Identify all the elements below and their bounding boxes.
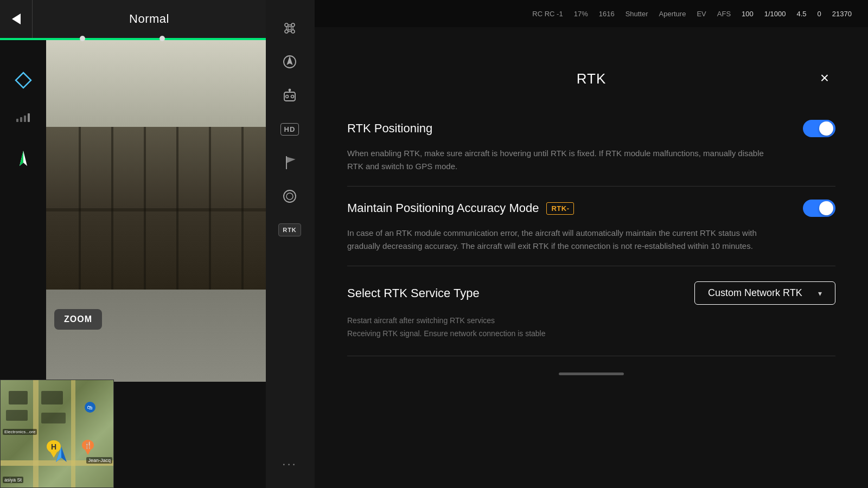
- service-type-value: Custom Network RTK: [708, 287, 802, 299]
- zoom-button[interactable]: ZOOM: [54, 309, 102, 330]
- map-street-label-2: Jean-Jacq: [86, 457, 112, 464]
- left-panel: Normal: [0, 0, 266, 488]
- service-type-row: Select RTK Service Type Custom Network R…: [347, 281, 835, 305]
- camera-feed-mid: [46, 127, 266, 290]
- svg-marker-14: [288, 57, 292, 64]
- rtk-icon-btn[interactable]: RTK: [277, 217, 303, 243]
- shutter-label: Shutter: [626, 10, 648, 18]
- maintain-positioning-section: Maintain Positioning Accuracy Mode RTK- …: [347, 187, 835, 266]
- back-arrow-icon: [12, 14, 21, 24]
- toggle-thumb: [819, 121, 833, 136]
- top-bar: Normal: [0, 0, 266, 38]
- ev-label: EV: [697, 10, 706, 18]
- drone-icon-btn[interactable]: [277, 15, 303, 41]
- back-button[interactable]: [0, 0, 33, 38]
- signal-icon-btn[interactable]: [8, 102, 39, 132]
- maintain-label-group: Maintain Positioning Accuracy Mode RTK-: [347, 201, 574, 215]
- ev-value: 0: [818, 10, 821, 18]
- iso-value: 100: [742, 10, 754, 18]
- progress-dot-right: [159, 36, 165, 41]
- dots-icon: ···: [282, 457, 297, 471]
- progress-dot-left: [80, 36, 85, 41]
- scroll-bar: [559, 373, 624, 375]
- service-type-section: Select RTK Service Type Custom Network R…: [347, 266, 835, 356]
- scroll-indicator: [347, 373, 835, 375]
- maintain-positioning-description: In case of an RTK module communication e…: [347, 227, 770, 253]
- svg-point-21: [284, 190, 296, 202]
- svg-point-19: [289, 89, 291, 91]
- progress-bar: [0, 38, 266, 40]
- maintain-toggle-thumb: [819, 201, 833, 215]
- maintain-positioning-toggle[interactable]: [803, 200, 835, 217]
- svg-marker-1: [20, 151, 23, 166]
- navigation-icon-btn[interactable]: [277, 49, 303, 75]
- rtk-positioning-section: RTK Positioning When enabling RTK, make …: [347, 107, 835, 187]
- rtk-minus-badge: RTK-: [546, 202, 574, 215]
- rtk-positioning-toggle[interactable]: [803, 120, 835, 137]
- rtk-panel-content: RTK × RTK Positioning When enabling RTK,…: [315, 54, 868, 488]
- maintain-positioning-row: Maintain Positioning Accuracy Mode RTK-: [347, 200, 835, 217]
- rtk-positioning-row: RTK Positioning: [347, 120, 835, 137]
- rtk-positioning-label: RTK Positioning: [347, 121, 432, 136]
- camera-feed-sky: [46, 40, 266, 127]
- svg-point-17: [291, 95, 294, 98]
- aperture-value: 4.5: [797, 10, 807, 18]
- target-icon-btn[interactable]: [8, 65, 39, 95]
- mode-label: Normal: [33, 12, 266, 26]
- shutter-value: 1/1000: [764, 10, 786, 18]
- right-sidebar: HD RTK ···: [271, 0, 308, 488]
- close-button[interactable]: ×: [814, 67, 835, 89]
- progress-fill: [0, 38, 266, 40]
- svg-marker-3: [56, 447, 61, 462]
- service-type-dropdown[interactable]: Custom Network RTK ▾: [694, 281, 835, 305]
- svg-rect-12: [288, 27, 291, 30]
- robot-icon-btn[interactable]: [277, 82, 303, 108]
- maintain-toggle-track[interactable]: [803, 200, 835, 217]
- rc-signal: RC RC -1: [532, 10, 563, 18]
- service-notes: Restart aircraft after switching RTK ser…: [347, 314, 835, 341]
- rtk-header: RTK ×: [347, 70, 835, 87]
- more-options-btn[interactable]: ···: [277, 451, 303, 477]
- rtk-panel-title: RTK: [577, 70, 607, 87]
- maintain-positioning-label: Maintain Positioning Accuracy Mode: [347, 201, 539, 215]
- dropdown-chevron-icon: ▾: [818, 289, 822, 298]
- storage-label: AFS: [717, 10, 731, 18]
- svg-point-22: [286, 193, 293, 200]
- camera-feed-ground: [46, 290, 266, 382]
- svg-point-16: [286, 95, 289, 98]
- aperture-label: Aperture: [659, 10, 686, 18]
- battery-status: 17%: [574, 10, 588, 18]
- nav-arrow-btn[interactable]: [8, 144, 39, 175]
- camera-shutter-btn[interactable]: [277, 183, 303, 209]
- status-bar: RC RC -1 17% 1616 Shutter Aperture EV AF…: [315, 0, 868, 27]
- rtk-panel: RTK × RTK Positioning When enabling RTK,…: [315, 27, 868, 488]
- hd-badge[interactable]: HD: [277, 116, 303, 142]
- service-note-2: Receiving RTK signal. Ensure network con…: [347, 328, 835, 341]
- resolution-status: 1616: [599, 10, 615, 18]
- waypoint-icon-btn[interactable]: [277, 150, 303, 176]
- service-type-label: Select RTK Service Type: [347, 286, 480, 300]
- storage-value: 21370: [832, 10, 852, 18]
- left-sidebar: ZOOM: [0, 54, 46, 488]
- rtk-positioning-description: When enabling RTK, make sure aircraft is…: [347, 147, 770, 173]
- toggle-track-on[interactable]: [803, 120, 835, 137]
- service-note-1: Restart aircraft after switching RTK ser…: [347, 314, 835, 328]
